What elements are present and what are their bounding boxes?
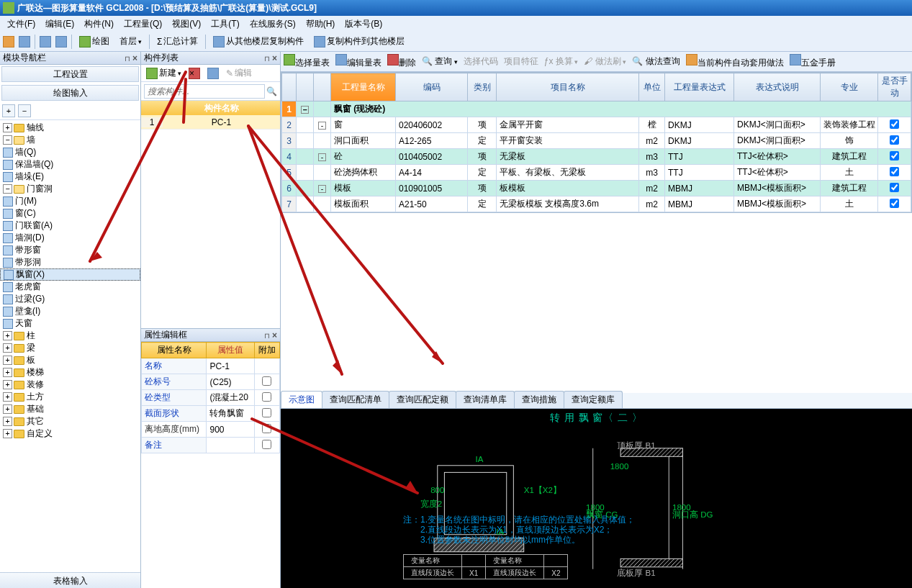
swap-button[interactable]: ƒx 换算 — [544, 55, 579, 68]
auto-apply-button[interactable]: 当前构件自动套用做法 — [686, 54, 784, 69]
tree-door-window[interactable]: −门窗洞 — [0, 183, 140, 195]
table-row[interactable]: 7模板面积A21-50定无梁板模板 支模高度3.6mm2MBMJMBMJ<模板面… — [282, 196, 911, 212]
prop-value[interactable]: PC-1 — [207, 358, 254, 374]
sum-button[interactable]: Σ 汇总计算 — [154, 34, 201, 49]
close-icon[interactable]: × — [272, 330, 277, 340]
menu-view[interactable]: 视图(V) — [168, 17, 205, 32]
tree-skylight[interactable]: 天窗 — [0, 317, 140, 330]
brush-query-button[interactable]: 🔍 做法查询 — [632, 55, 680, 68]
table-row[interactable]: 5砼浇捣体积A4-14定平板、有梁板、无梁板m3TTJTTJ<砼体积>土 — [282, 165, 911, 181]
tree-slab[interactable]: +板 — [0, 354, 140, 366]
table-row[interactable]: 4-砼010405002项无梁板m3TTJTTJ<砼体积>建筑工程 — [282, 149, 911, 165]
quantity-table[interactable]: 工程量名称 编码类别项目名称 单位工程量表达式表达式说明 专业是否手动 1−飘窗… — [281, 73, 911, 212]
undo-icon[interactable] — [40, 36, 51, 48]
query-button[interactable]: 🔍 查询 — [422, 55, 458, 68]
edit-qty-button[interactable]: 编辑量表 — [335, 54, 381, 69]
edit-button[interactable]: ✎ 编辑 — [224, 66, 254, 80]
tree-deco[interactable]: +装修 — [0, 379, 140, 391]
tree-bay-window[interactable]: 飘窗(X) — [0, 268, 140, 281]
table-row[interactable]: 3洞口面积A12-265定平开窗安装m2DKMJDKMJ<洞口面积>饰 — [282, 133, 911, 149]
tree-column[interactable]: +柱 — [0, 330, 140, 342]
tree-tiger-window[interactable]: 老虎窗 — [0, 281, 140, 293]
tab-match-list[interactable]: 查询匹配清单 — [322, 391, 389, 408]
tree-lintel[interactable]: 过梁(G) — [0, 293, 140, 305]
new-button[interactable]: 新建 — [144, 66, 184, 80]
tree-wall-stack[interactable]: 墙垛(E) — [0, 171, 140, 183]
tree-niche[interactable]: 壁龛(I) — [0, 305, 140, 317]
manual-check[interactable] — [890, 151, 899, 160]
pin-icon[interactable]: ⊓ — [264, 332, 270, 340]
floor-dropdown[interactable]: 首层 — [117, 34, 145, 49]
close-icon[interactable]: × — [272, 53, 277, 63]
tab-quota-lib[interactable]: 查询定额库 — [564, 391, 623, 408]
menu-component[interactable]: 构件(N) — [80, 17, 118, 32]
copy-from-button[interactable]: 从其他楼层复制构件 — [210, 34, 307, 49]
svg-text:1800: 1800 — [610, 461, 629, 470]
nav-project-settings[interactable]: 工程设置 — [1, 66, 139, 82]
delete-button[interactable]: × — [186, 67, 202, 80]
manual-check[interactable] — [890, 135, 899, 145]
expand-all-button[interactable]: + — [2, 104, 15, 117]
tab-list-lib[interactable]: 查询清单库 — [456, 391, 515, 408]
brush-button[interactable]: 🖌 做法刷 — [584, 55, 626, 68]
menu-file[interactable]: 文件(F) — [3, 17, 40, 32]
copy-to-button[interactable]: 复制构件到其他楼层 — [311, 34, 407, 49]
pin-icon[interactable]: ⊓ — [264, 55, 270, 63]
manual-check[interactable] — [890, 119, 899, 129]
app-icon — [3, 2, 14, 14]
pin-icon[interactable]: ⊓ — [125, 55, 130, 63]
tree-wall[interactable]: −墙 — [0, 134, 140, 146]
tree-strip-window[interactable]: 带形窗 — [0, 244, 140, 256]
tree-other[interactable]: +其它 — [0, 415, 140, 428]
tab-measure[interactable]: 查询措施 — [514, 391, 564, 408]
hardware-manual-button[interactable]: 五金手册 — [790, 54, 836, 69]
redo-icon[interactable] — [55, 36, 67, 48]
search-input[interactable] — [144, 84, 265, 99]
menu-version[interactable]: 版本号(B) — [340, 17, 387, 32]
menu-quantity[interactable]: 工程量(Q) — [119, 17, 166, 32]
component-row[interactable]: 1PC-1 — [141, 115, 280, 130]
tree-thermal-wall[interactable]: 保温墙(Q) — [0, 158, 140, 171]
manual-check[interactable] — [890, 183, 899, 192]
table-row[interactable]: 6-模板010901005项板模板m2MBMJMBMJ<模板面积>建筑工程 — [282, 181, 911, 196]
table-row[interactable]: 2-窗020406002项金属平开窗樘DKMJDKMJ<洞口面积>装饰装修工程 — [282, 117, 911, 133]
select-qty-button[interactable]: 选择量表 — [284, 54, 330, 69]
prop-extra-check[interactable] — [262, 376, 271, 386]
tree-wall-q[interactable]: 墙(Q) — [0, 146, 140, 158]
tree-wall-hole[interactable]: 墙洞(D) — [0, 232, 140, 244]
prop-extra-check[interactable] — [262, 408, 271, 417]
nav-sheet-input[interactable]: 表格输入 — [0, 572, 140, 588]
collapse-all-button[interactable]: − — [18, 104, 31, 117]
tab-diagram[interactable]: 示意图 — [281, 391, 322, 408]
tree-door[interactable]: 门(M) — [0, 195, 140, 207]
prop-extra-check[interactable] — [262, 424, 271, 433]
menu-help[interactable]: 帮助(H) — [302, 17, 340, 32]
manual-check[interactable] — [890, 167, 899, 176]
close-icon[interactable]: × — [132, 53, 137, 63]
menu-edit[interactable]: 编辑(E) — [41, 17, 78, 32]
manual-check[interactable] — [890, 199, 899, 208]
tree-axis[interactable]: +轴线 — [0, 122, 140, 134]
tab-match-quota[interactable]: 查询匹配定额 — [389, 391, 456, 408]
save-icon[interactable] — [19, 36, 30, 48]
menu-tool[interactable]: 工具(T) — [207, 17, 243, 32]
delete-button[interactable]: 删除 — [387, 54, 416, 69]
tree-beam[interactable]: +梁 — [0, 342, 140, 354]
tree-custom[interactable]: +自定义 — [0, 428, 140, 440]
tree-found[interactable]: +基础 — [0, 403, 140, 415]
copy-button[interactable] — [205, 67, 221, 80]
menu-online[interactable]: 在线服务(S) — [245, 17, 300, 32]
search-icon[interactable]: 🔍 — [266, 86, 277, 96]
tree-strip-hole[interactable]: 带形洞 — [0, 256, 140, 268]
tree-stair[interactable]: +楼梯 — [0, 366, 140, 379]
tree-earth[interactable]: +土方 — [0, 391, 140, 403]
select-code-button[interactable]: 选择代码 — [464, 55, 498, 68]
tree-window[interactable]: 窗(C) — [0, 207, 140, 220]
draw-button[interactable]: 绘图 — [76, 34, 112, 49]
item-attr-button[interactable]: 项目特征 — [504, 55, 538, 68]
nav-draw-input[interactable]: 绘图输入 — [1, 85, 139, 101]
open-icon[interactable] — [3, 36, 14, 48]
tree-door-join[interactable]: 门联窗(A) — [0, 220, 140, 232]
prop-extra-check[interactable] — [262, 440, 271, 449]
prop-extra-check[interactable] — [262, 392, 271, 402]
